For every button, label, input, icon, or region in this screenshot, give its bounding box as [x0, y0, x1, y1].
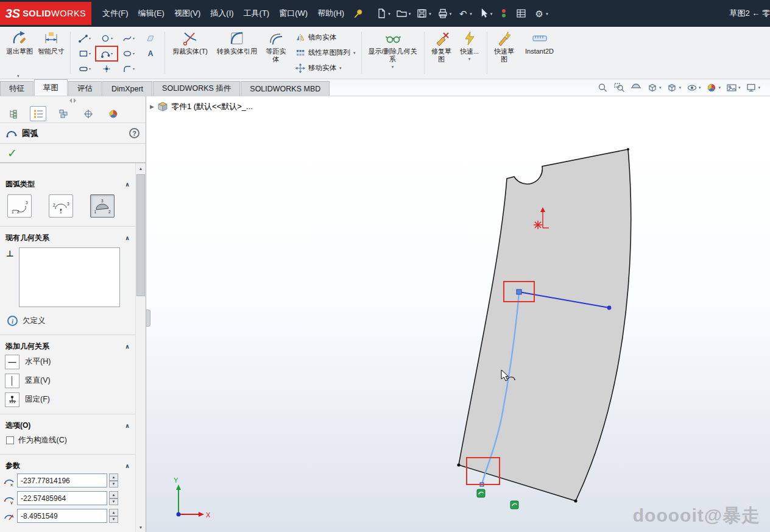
line-caret-icon[interactable]: ▾: [89, 37, 91, 40]
menu-tools[interactable]: 工具(T): [239, 5, 275, 22]
scrollbar-thumb[interactable]: [136, 174, 145, 296]
tab-sketch[interactable]: 草图: [34, 79, 68, 96]
sketch-corner-point[interactable]: [574, 499, 577, 502]
line-endpoint[interactable]: [607, 306, 612, 310]
tab-evaluate[interactable]: 评估: [68, 81, 102, 96]
arc-tool[interactable]: ▾: [96, 46, 118, 61]
display-delete-relations-button[interactable]: 显示/删除几何关系 ▾: [365, 29, 421, 70]
existing-relations-list[interactable]: [19, 247, 120, 307]
menu-window[interactable]: 窗口(W): [274, 5, 313, 22]
add-vertical-relation-button[interactable]: │ 竖直(V): [0, 371, 135, 390]
arc-parameter-field[interactable]: -8.4951549: [17, 509, 107, 523]
linear-pattern-caret-icon[interactable]: ▾: [353, 51, 356, 55]
save-caret-icon[interactable]: ▾: [429, 12, 431, 16]
add-horizontal-relation-button[interactable]: — 水平(H): [0, 352, 135, 371]
display-style-button[interactable]: ▾: [666, 83, 681, 93]
rapid-sketch-button[interactable]: 快速草图: [490, 29, 518, 65]
print-button[interactable]: ▾: [435, 7, 454, 20]
mirror-entities-button[interactable]: 镜向实体: [292, 30, 358, 44]
spline-caret-icon[interactable]: ▾: [133, 37, 135, 40]
circle-tool[interactable]: ▾: [96, 31, 118, 46]
print-caret-icon[interactable]: ▾: [450, 12, 452, 16]
section-view-button[interactable]: [630, 83, 641, 93]
circle-caret-icon[interactable]: ▾: [111, 37, 113, 40]
appearance-caret-icon[interactable]: ▾: [718, 85, 721, 90]
menu-insert[interactable]: 插入(I): [205, 5, 238, 22]
move-entities-caret-icon[interactable]: ▾: [339, 66, 342, 70]
slot-tool[interactable]: ▾: [74, 62, 96, 76]
center-y-field[interactable]: -22.57485964: [17, 491, 107, 505]
hide-show-items-button[interactable]: ▾: [687, 83, 701, 93]
rectangle-tool[interactable]: ▾: [74, 46, 96, 61]
collapse-options-icon[interactable]: ∧: [125, 422, 130, 429]
view-orientation-button[interactable]: ▾: [647, 83, 662, 93]
add-fix-relation-button[interactable]: 固定(F): [0, 390, 135, 409]
move-entities-button[interactable]: 移动实体 ▾: [292, 61, 358, 75]
feature-manager-tab[interactable]: [5, 106, 21, 121]
configuration-manager-tab[interactable]: [55, 106, 71, 121]
exit-sketch-flyout-caret[interactable]: ▾: [17, 74, 19, 78]
help-button[interactable]: ?: [129, 128, 140, 138]
linear-pattern-button[interactable]: 线性草图阵列 ▾: [292, 46, 358, 60]
menu-edit[interactable]: 编辑(E): [133, 5, 169, 22]
menu-help[interactable]: 帮助(H): [313, 5, 349, 22]
panel-scrollbar[interactable]: ▲ ▼: [135, 163, 146, 532]
quick-snaps-caret-icon[interactable]: ▾: [468, 57, 471, 61]
plane-tool[interactable]: [140, 31, 161, 46]
repair-sketch-button[interactable]: 修复草图: [428, 29, 456, 65]
open-button[interactable]: ▾: [394, 7, 413, 20]
panel-collapse-grip[interactable]: [146, 310, 150, 327]
pin-menu-icon[interactable]: [353, 8, 364, 19]
text-tool[interactable]: A: [140, 46, 161, 61]
graphics-area[interactable]: ▶ 零件1 (默认<<默认>_...: [146, 96, 770, 532]
view-orientation-caret-icon[interactable]: ▾: [659, 85, 662, 90]
arc-parameter-spin-down[interactable]: ▼: [109, 516, 118, 523]
scroll-down-button[interactable]: ▼: [136, 522, 146, 532]
smart-dimension-button[interactable]: 智能尺寸: [35, 29, 67, 57]
zoom-area-button[interactable]: [614, 83, 625, 93]
display-style-caret-icon[interactable]: ▾: [679, 85, 681, 90]
undo-button[interactable]: ↶▾: [455, 7, 474, 20]
tab-dimxpert[interactable]: DimXpert: [102, 81, 152, 96]
rectangle-caret-icon[interactable]: ▾: [89, 52, 91, 55]
sketch-corner-point[interactable]: [457, 463, 460, 466]
view-settings-caret-icon[interactable]: ▾: [758, 85, 760, 90]
tree-expand-arrow-icon[interactable]: ▶: [150, 104, 154, 110]
display-manager-tab[interactable]: [105, 106, 121, 121]
panel-splitter[interactable]: [0, 96, 146, 105]
instant2d-button[interactable]: Instant2D: [518, 29, 561, 57]
new-document-button[interactable]: ▾: [373, 7, 392, 20]
apply-scene-button[interactable]: ▾: [726, 83, 741, 93]
view-settings-button[interactable]: ▾: [746, 83, 760, 93]
tab-solidworks-addins[interactable]: SOLIDWORKS 插件: [153, 81, 240, 96]
sketch-corner-point[interactable]: [627, 148, 629, 151]
select-button[interactable]: ▾: [476, 7, 495, 20]
open-caret-icon[interactable]: ▾: [409, 12, 411, 16]
hide-show-caret-icon[interactable]: ▾: [699, 85, 701, 90]
collapse-existing-relations-icon[interactable]: ∧: [125, 235, 130, 241]
tangent-arc-button[interactable]: 123: [7, 194, 32, 218]
fillet-caret-icon[interactable]: ▾: [133, 67, 135, 71]
offset-entities-button[interactable]: 等距实体: [262, 29, 290, 65]
options-caret-icon[interactable]: ▾: [546, 12, 548, 16]
exit-sketch-button[interactable]: 退出草图: [4, 29, 35, 57]
select-caret-icon[interactable]: ▾: [490, 12, 493, 16]
file-properties-button[interactable]: [514, 7, 529, 20]
centerpoint-arc-button[interactable]: 123: [49, 194, 73, 218]
undo-caret-icon[interactable]: ▾: [470, 12, 472, 16]
ellipse-caret-icon[interactable]: ▾: [133, 52, 135, 55]
slot-caret-icon[interactable]: ▾: [89, 67, 91, 71]
construction-line-option[interactable]: 作为构造线(C): [0, 431, 135, 449]
point-tool[interactable]: [96, 62, 118, 76]
spline-tool[interactable]: ▾: [118, 31, 140, 46]
tab-features[interactable]: 特征: [0, 81, 34, 96]
center-x-spin-up[interactable]: ▲: [109, 473, 118, 481]
save-button[interactable]: ▾: [414, 7, 433, 20]
ok-button[interactable]: ✓: [7, 147, 17, 159]
menu-view[interactable]: 视图(V): [169, 5, 205, 22]
line-tool[interactable]: ▾: [74, 31, 96, 46]
convert-entities-button[interactable]: 转换实体引用: [212, 29, 262, 57]
collapse-parameters-icon[interactable]: ∧: [125, 463, 130, 469]
zoom-fit-button[interactable]: [598, 83, 609, 93]
dimxpert-manager-tab[interactable]: [80, 106, 96, 121]
